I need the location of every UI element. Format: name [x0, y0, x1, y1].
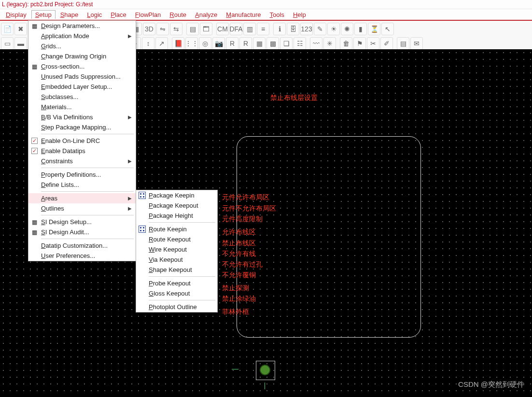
setup-item-step-package-mapping[interactable]: Step Package Mapping... [28, 122, 136, 132]
menu-help[interactable]: Help [289, 10, 310, 19]
menu-label: Materials... [41, 103, 72, 111]
toolbar-flip[interactable]: ⇋ [156, 23, 169, 35]
menu-label: Route Keepin [149, 226, 187, 233]
title-bar: L (legacy): pcb2.brd Project: G:/test [0, 0, 532, 9]
toolbar-tool2[interactable]: ✐ [380, 37, 393, 50]
toolbar-cm[interactable]: CM [216, 23, 229, 35]
menu-tools[interactable]: Tools [266, 10, 288, 19]
areas-item-package-height[interactable]: Package Height [136, 211, 217, 221]
toolbar-sun[interactable]: ☀ [327, 23, 340, 35]
setup-item-si-design-audit[interactable]: ▦SI Design Audit... [28, 227, 136, 237]
menu-setup[interactable]: Setup [31, 10, 56, 19]
toolbar-mail[interactable]: ✉ [410, 37, 423, 50]
setup-item-application-mode[interactable]: Application Mode▶ [28, 31, 136, 41]
menu-analyze[interactable]: Analyze [191, 10, 221, 19]
setup-item-constraints[interactable]: Constraints▶ [28, 156, 136, 166]
toolbar-db[interactable]: 🗄 [287, 23, 299, 35]
setup-item-si-design-setup[interactable]: ▦SI Design Setup... [28, 217, 136, 227]
toolbar-rays[interactable]: ✺ [341, 23, 353, 35]
toolbar-cam[interactable]: 📷 [212, 37, 225, 50]
areas-item-gloss-keepout[interactable]: Gloss Keepout [136, 288, 217, 298]
toolbar-flag[interactable]: ⚑ [353, 37, 366, 50]
setup-item-unused-pads-suppression[interactable]: Unused Pads Suppression... [28, 71, 136, 82]
setup-item-property-definitions[interactable]: Property Definitions... [28, 170, 136, 180]
areas-item-shape-keepout[interactable]: Shape Keepout [136, 265, 217, 275]
toolbar-cursor[interactable]: ↖ [381, 23, 394, 35]
areas-item-package-keepin[interactable]: Package Keepin [136, 190, 217, 200]
setup-item-outlines[interactable]: Outlines▶ [28, 203, 136, 213]
toolbar-sheet[interactable]: ▥ [243, 23, 256, 35]
gear-icon: ▦ [31, 218, 38, 226]
checkbox-icon: ✓ [31, 138, 38, 144]
toolbar-info[interactable]: ℹ [273, 23, 286, 35]
toolbar-win[interactable]: 🗔 [200, 23, 212, 35]
toolbar-rect1[interactable]: ▭ [1, 37, 14, 50]
menu-label: Photoplot Outline [149, 303, 197, 311]
menu-logic[interactable]: Logic [83, 10, 106, 19]
toolbar-book[interactable]: 📕 [172, 37, 184, 50]
toolbar-rect2[interactable]: ▬ [14, 37, 27, 50]
toolbar-swap[interactable]: ⇆ [170, 23, 182, 35]
toolbar-layer[interactable]: ▤ [397, 37, 409, 50]
menu-label: Embedded Layer Setup... [41, 83, 112, 90]
toolbar-net[interactable]: ▦ [253, 37, 266, 50]
setup-item-areas[interactable]: Areas▶ [28, 193, 136, 203]
setup-item-embedded-layer-setup[interactable]: Embedded Layer Setup... [28, 82, 136, 92]
setup-item-materials[interactable]: Materials... [28, 102, 136, 112]
menu-display[interactable]: Display [2, 10, 30, 19]
toolbar-num[interactable]: 123 [300, 23, 313, 35]
menu-flowplan[interactable]: FlowPlan [131, 10, 165, 19]
setup-item-enable-datatips[interactable]: ✓Enable Datatips [28, 146, 136, 156]
setup-item-define-lists[interactable]: Define Lists... [28, 180, 136, 190]
menu-shape[interactable]: Shape [56, 10, 83, 19]
toolbar-3d[interactable]: 3D [143, 23, 155, 35]
setup-item-cross-section[interactable]: ▦Cross-section... [28, 61, 136, 71]
menu-label: Subclasses... [41, 93, 78, 100]
areas-item-via-keepout[interactable]: Via Keepout [136, 255, 217, 265]
menu-label: Wire Keepout [149, 246, 187, 253]
toolbar-tool1[interactable]: ✂ [367, 37, 379, 50]
toolbar-wave[interactable]: 〰 [310, 37, 322, 50]
setup-item-design-parameters[interactable]: ▦Design Parameters... [28, 21, 136, 31]
areas-item-package-keepout[interactable]: Package Keepout [136, 200, 217, 211]
setup-item-grids[interactable]: Grids... [28, 41, 136, 51]
toolbar-wand[interactable]: ✎ [314, 23, 326, 35]
toolbar-close[interactable]: ✖ [14, 23, 27, 35]
toolbar-tile[interactable]: ▤ [186, 23, 199, 35]
toolbar-r1[interactable]: R [226, 37, 238, 50]
areas-item-wire-keepout[interactable]: Wire Keepout [136, 244, 217, 255]
setup-item-datatip-customization[interactable]: Datatip Customization... [28, 241, 136, 251]
setup-item-enable-on-line-drc[interactable]: ✓Enable On-Line DRC [28, 136, 136, 146]
toolbar-trash[interactable]: 🗑 [340, 37, 352, 50]
areas-item-probe-keepout[interactable]: Probe Keepout [136, 278, 217, 288]
toolbar-file[interactable]: 📄 [1, 23, 14, 35]
annotation-row-10: 菲林外框 [222, 308, 249, 316]
setup-item-b-b-via-definitions[interactable]: B/B Via Definitions▶ [28, 112, 136, 122]
menu-route[interactable]: Route [166, 10, 190, 19]
toolbar-pins[interactable]: ⋮⋮ [185, 37, 198, 50]
toolbar-timer[interactable]: ⏳ [368, 23, 380, 35]
setup-item-user-preferences[interactable]: User Preferences... [28, 251, 136, 261]
toolbar-tree[interactable]: ☷ [294, 37, 306, 50]
menu-label: Step Package Mapping... [41, 124, 111, 131]
toolbar-r2[interactable]: R [239, 37, 252, 50]
setup-item-subclasses[interactable]: Subclasses... [28, 92, 136, 102]
layers-icon: ▦ [31, 63, 38, 70]
menu-place[interactable]: Place [107, 10, 130, 19]
toolbar-conn[interactable]: ❏ [280, 37, 293, 50]
areas-item-route-keepout[interactable]: Route Keepout [136, 234, 217, 244]
toolbar-dim3[interactable]: ↗ [155, 37, 168, 50]
toolbar-dim2[interactable]: ↕ [142, 37, 154, 50]
toolbar-mesh[interactable]: ▩ [266, 37, 279, 50]
menu-manufacture[interactable]: Manufacture [222, 10, 265, 19]
setup-item-change-drawing-origin[interactable]: Change Drawing Origin [28, 51, 136, 61]
toolbar-bars[interactable]: ▮ [354, 23, 367, 35]
toolbar-via[interactable]: ◎ [199, 37, 211, 50]
areas-item-route-keepin[interactable]: Route Keepin [136, 224, 217, 234]
toolbar-rule[interactable]: ≡ [257, 23, 269, 35]
annotation-row-3: 允许布线区 [222, 228, 256, 237]
keepin-icon [139, 226, 146, 233]
toolbar-dfa[interactable]: DFA [230, 23, 242, 35]
toolbar-star[interactable]: ✳ [323, 37, 336, 50]
areas-item-photoplot-outline[interactable]: Photoplot Outline [136, 302, 217, 312]
